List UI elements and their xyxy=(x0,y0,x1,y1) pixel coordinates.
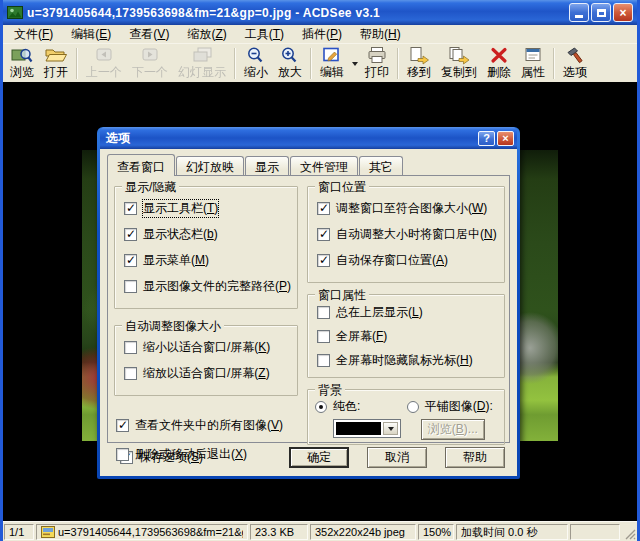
toolbar-separator xyxy=(76,48,78,79)
dialog-help-button[interactable]: ? xyxy=(478,131,495,146)
toolbar-separator xyxy=(310,48,312,79)
toolbar-separator xyxy=(397,48,399,79)
maximize-icon xyxy=(597,9,606,17)
group-show-hide: 显示/隐藏 显示工具栏(T) 显示状态栏(b) 显示菜单(M) xyxy=(114,186,298,309)
help-button[interactable]: 帮助 xyxy=(445,447,505,468)
menu-edit[interactable]: 编辑(E) xyxy=(62,25,120,44)
checkbox-shrink-to-fit[interactable]: 缩小以适合窗口/屏幕(K) xyxy=(124,339,290,356)
toolbar-delete[interactable]: 删除 xyxy=(482,45,516,82)
radio-dot xyxy=(315,401,327,413)
jpg-file-icon xyxy=(41,526,55,538)
toolbar-options[interactable]: 选项 xyxy=(558,45,592,82)
menu-tools[interactable]: 工具(T) xyxy=(236,25,293,44)
edit-icon xyxy=(321,46,343,65)
toolbar-previous[interactable]: 上一个 xyxy=(81,45,127,82)
checkbox-box xyxy=(124,254,137,267)
toolbar-properties[interactable]: 属性 xyxy=(516,45,550,82)
status-empty-cell xyxy=(570,524,620,540)
checkbox-view-all-images[interactable]: 查看文件夹中的所有图像(V) xyxy=(116,417,298,434)
menu-view[interactable]: 查看(V) xyxy=(120,25,178,44)
dialog-tabs: 查看窗口 幻灯放映 显示 文件管理 其它 xyxy=(100,149,517,175)
checkbox-center-window[interactable]: 自动调整大小时将窗口居中(N) xyxy=(317,226,497,243)
resize-grip-icon[interactable] xyxy=(622,524,636,540)
toolbar-next[interactable]: 下一个 xyxy=(127,45,173,82)
toolbar-open[interactable]: 打开 xyxy=(39,45,73,82)
tab-file-manage[interactable]: 文件管理 xyxy=(290,156,358,175)
checkbox-box xyxy=(124,228,137,241)
delete-icon xyxy=(488,46,510,65)
window-title: u=3791405644,1739563698&fm=21&gp=0.jpg -… xyxy=(27,6,565,20)
toolbar-browse[interactable]: 浏览 xyxy=(5,45,39,82)
radio-solid-color[interactable]: 纯色: xyxy=(315,398,405,415)
checkbox-box xyxy=(317,202,330,215)
slideshow-icon xyxy=(191,46,213,65)
close-button[interactable]: × xyxy=(613,3,633,22)
group-window-position: 窗口位置 调整窗口至符合图像大小(W) 自动调整大小时将窗口居中(N) 自动保存… xyxy=(307,186,505,283)
cancel-button[interactable]: 取消 xyxy=(367,447,427,468)
checkbox-box xyxy=(317,354,330,367)
status-filename-cell: u=3791405644,1739563698&fm=21&gp=0.jpg xyxy=(36,524,248,540)
checkbox-box xyxy=(124,341,137,354)
checkbox-show-menu[interactable]: 显示菜单(M) xyxy=(124,252,290,269)
toolbar-move-to[interactable]: 移到 xyxy=(402,45,436,82)
checkbox-exit-after-delete[interactable]: 删除或移动后退出(X) xyxy=(116,446,298,463)
app-icon[interactable] xyxy=(7,5,23,20)
status-bar: 1/1 u=3791405644,1739563698&fm=21&gp=0.j… xyxy=(3,521,637,541)
menu-file[interactable]: 文件(F) xyxy=(5,25,62,44)
radio-tiled-image[interactable]: 平铺图像(D): xyxy=(407,398,497,415)
checkbox-show-full-path[interactable]: 显示图像文件的完整路径(P) xyxy=(124,278,290,295)
status-zoom: 150% xyxy=(418,524,454,540)
checkbox-always-on-top[interactable]: 总在上层显示(L) xyxy=(317,304,497,321)
minimize-button[interactable] xyxy=(569,3,589,22)
checkbox-show-toolbar[interactable]: 显示工具栏(T) xyxy=(124,200,290,217)
next-arrow-icon xyxy=(139,46,161,65)
toolbar-zoom-out[interactable]: 缩小 xyxy=(239,45,273,82)
menu-help[interactable]: 帮助(H) xyxy=(351,25,410,44)
tab-slideshow[interactable]: 幻灯放映 xyxy=(176,156,244,175)
ok-button[interactable]: 确定 xyxy=(289,447,349,468)
checkbox-box xyxy=(116,448,129,461)
window-controls: × xyxy=(569,3,633,22)
menu-plugins[interactable]: 插件(P) xyxy=(293,25,351,44)
checkbox-box xyxy=(124,367,137,380)
browse-button[interactable]: 浏览(B)... xyxy=(421,419,485,440)
status-load-time: 加载时间 0.0 秒 xyxy=(456,524,568,540)
group-background: 背景 纯色: 平铺图像(D): xyxy=(307,389,505,445)
checkbox-fit-window-to-image[interactable]: 调整窗口至符合图像大小(W) xyxy=(317,200,497,217)
checkbox-fullscreen[interactable]: 全屏幕(F) xyxy=(317,328,497,345)
tab-panel-view-window: 显示/隐藏 显示工具栏(T) 显示状态栏(b) 显示菜单(M) xyxy=(107,175,510,443)
dialog-body: 查看窗口 幻灯放映 显示 文件管理 其它 显示/隐藏 显示工具栏(T) xyxy=(100,149,517,476)
dialog-buttons: 确定 取消 帮助 xyxy=(289,447,505,468)
checkbox-box xyxy=(124,202,137,215)
group-auto-size: 自动调整图像大小 缩小以适合窗口/屏幕(K) 缩放以适合窗口/屏幕(Z) xyxy=(114,325,298,396)
maximize-button[interactable] xyxy=(591,3,611,22)
background-color-dropdown[interactable] xyxy=(333,419,401,438)
dialog-close-button[interactable]: × xyxy=(497,131,514,146)
status-filesize: 23.3 KB xyxy=(250,524,308,540)
toolbar-copy-to[interactable]: 复制到 xyxy=(436,45,482,82)
move-to-icon xyxy=(408,46,430,65)
zoom-out-icon xyxy=(245,46,267,65)
dialog-titlebar[interactable]: 选项 ? × xyxy=(100,127,517,149)
menu-zoom[interactable]: 缩放(Z) xyxy=(178,25,235,44)
tab-display[interactable]: 显示 xyxy=(245,156,289,175)
checkbox-show-statusbar[interactable]: 显示状态栏(b) xyxy=(124,226,290,243)
checkbox-save-window-position[interactable]: 自动保存窗口位置(A) xyxy=(317,252,497,269)
toolbar-edit[interactable]: 编辑 xyxy=(315,45,349,82)
toolbar-print[interactable]: 打印 xyxy=(360,45,394,82)
status-filename: u=3791405644,1739563698&fm=21&gp=0.jpg xyxy=(58,526,243,538)
browse-icon xyxy=(11,46,33,65)
toolbar-slideshow[interactable]: 幻灯显示 xyxy=(173,45,231,82)
tab-view-window[interactable]: 查看窗口 xyxy=(107,154,175,176)
edit-dropdown-arrow[interactable] xyxy=(349,45,360,82)
color-swatch xyxy=(336,422,381,435)
status-dimensions: 352x220x24b jpeg xyxy=(310,524,416,540)
tab-other[interactable]: 其它 xyxy=(359,156,403,175)
checkbox-zoom-to-fit[interactable]: 缩放以适合窗口/屏幕(Z) xyxy=(124,365,290,382)
checkbox-box xyxy=(116,419,129,432)
toolbar-zoom-in[interactable]: 放大 xyxy=(273,45,307,82)
chevron-down-icon xyxy=(388,427,394,431)
checkbox-box xyxy=(317,306,330,319)
checkbox-hide-cursor-fullscreen[interactable]: 全屏幕时隐藏鼠标光标(H) xyxy=(317,352,497,369)
window-titlebar[interactable]: u=3791405644,1739563698&fm=21&gp=0.jpg -… xyxy=(3,0,637,25)
